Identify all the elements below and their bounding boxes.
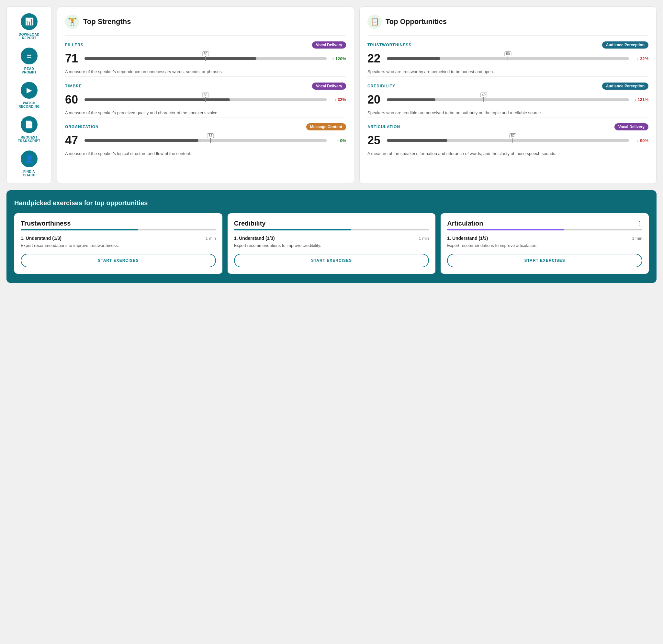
exercise-trustworthiness-title: Trustworthiness (21, 220, 71, 227)
metric-articulation-change: ↓ 90% (632, 138, 648, 143)
metric-trustworthiness-change: ↓ 32% (632, 56, 648, 61)
metric-timbre-bar: 50 (85, 98, 327, 101)
metric-trustworthiness-desc: Speakers who are trustworthy are perceiv… (367, 69, 648, 75)
exercise-credibility-step-label: 1. Understand (1/3) (234, 236, 275, 241)
exercise-credibility-start-button[interactable]: START EXERCISES (234, 254, 429, 267)
metric-organization-score: 47 (65, 134, 81, 147)
metric-credibility-bar-row: 20 40 ↓ 131% (367, 93, 648, 107)
sidebar-item-request-transcript[interactable]: 📄 REQUEST TRANSCRIPT (18, 116, 40, 143)
exercise-trustworthiness-menu[interactable]: ⋮ (210, 220, 216, 227)
exercise-grid: Trustworthiness ⋮ 1. Understand (1/3) 1 … (14, 213, 649, 274)
exercise-trustworthiness-step-label: 1. Understand (1/3) (21, 236, 62, 241)
exercise-articulation-start-button[interactable]: START EXERCISES (447, 254, 642, 267)
metric-trustworthiness-score: 22 (367, 52, 384, 65)
request-transcript-icon: 📄 (21, 116, 38, 133)
exercise-articulation-step-label: 1. Understand (1/3) (447, 236, 488, 241)
metric-fillers-badge: Vocal Delivery (312, 41, 346, 49)
find-coach-icon: 👤 (21, 151, 38, 167)
metric-organization-label: ORGANIZATION (65, 124, 99, 129)
exercise-card-articulation-header: Articulation ⋮ (447, 220, 642, 227)
metric-fillers-change: ↑ 120% (330, 56, 346, 61)
metric-articulation: ARTICULATION Vocal Delivery 25 52 ↓ 90% … (367, 117, 648, 157)
metric-articulation-header: ARTICULATION Vocal Delivery (367, 123, 648, 131)
exercise-trustworthiness-step: 1. Understand (1/3) 1 min (21, 236, 216, 241)
sidebar-item-download-report-label: DOWNLOAD REPORT (19, 33, 40, 40)
exercise-articulation-menu[interactable]: ⋮ (637, 220, 642, 227)
metric-organization-bar-row: 47 52 ↑ 0% (65, 134, 346, 147)
sidebar-item-read-prompt[interactable]: ☰ READ PROMPT (21, 48, 38, 74)
exercise-card-articulation: Articulation ⋮ 1. Understand (1/3) 1 min… (441, 213, 649, 274)
sidebar-item-find-coach[interactable]: 👤 FIND A COACH (21, 151, 38, 177)
exercise-credibility-progress (234, 229, 429, 230)
metric-trustworthiness-badge: Audience Perception (602, 41, 648, 49)
sidebar: 📊 DOWNLOAD REPORT ☰ READ PROMPT ▶ WATCH … (6, 6, 52, 184)
metric-organization-badge: Message Content (306, 123, 346, 131)
exercise-credibility-desc: Expert recommendations to improve credib… (234, 243, 429, 249)
metric-organization-header: ORGANIZATION Message Content (65, 123, 346, 131)
metric-fillers-header: FILLERS Vocal Delivery (65, 41, 346, 49)
metric-trustworthiness-bar-row: 22 50 ↓ 32% (367, 52, 648, 65)
metric-articulation-bar-row: 25 52 ↓ 90% (367, 134, 648, 147)
metric-credibility-score: 20 (367, 93, 384, 107)
exercise-trustworthiness-progress (21, 229, 216, 230)
exercise-credibility-step: 1. Understand (1/3) 1 min (234, 236, 429, 241)
exercises-section: Handpicked exercises for top opportuniti… (6, 190, 657, 283)
top-strengths-card: 🏋️ Top Strengths FILLERS Vocal Delivery … (57, 6, 354, 184)
exercise-card-credibility: Credibility ⋮ 1. Understand (1/3) 1 min … (228, 213, 436, 274)
exercise-credibility-title: Credibility (234, 220, 266, 227)
exercise-card-trustworthiness: Trustworthiness ⋮ 1. Understand (1/3) 1 … (14, 213, 222, 274)
metric-timbre: TIMBRE Vocal Delivery 60 50 ↓ 32% A meas… (65, 76, 346, 116)
metric-credibility-desc: Speakers who are credible are perceived … (367, 110, 648, 116)
metric-timbre-label: TIMBRE (65, 84, 82, 88)
metric-fillers-bar: 50 (85, 57, 327, 60)
metric-articulation-bar: 52 (387, 139, 629, 142)
metric-organization-desc: A measure of the speaker's logical struc… (65, 151, 346, 157)
metric-trustworthiness-bar: 50 (387, 57, 629, 60)
exercise-trustworthiness-time: 1 min (206, 236, 216, 241)
metric-timbre-header: TIMBRE Vocal Delivery (65, 83, 346, 90)
metric-timbre-change: ↓ 32% (330, 97, 346, 102)
exercise-credibility-menu[interactable]: ⋮ (423, 220, 429, 227)
metric-organization-bar: 52 (85, 139, 327, 142)
sidebar-item-find-coach-label: FIND A COACH (23, 170, 35, 177)
read-prompt-icon: ☰ (21, 48, 38, 64)
exercise-articulation-progress (447, 229, 642, 230)
exercise-card-credibility-header: Credibility ⋮ (234, 220, 429, 227)
main-grid: 📊 DOWNLOAD REPORT ☰ READ PROMPT ▶ WATCH … (6, 6, 657, 184)
metric-timbre-badge: Vocal Delivery (312, 83, 346, 90)
exercise-articulation-step: 1. Understand (1/3) 1 min (447, 236, 642, 241)
sidebar-item-watch-recording-label: WATCH RECORDING (19, 101, 40, 109)
metric-credibility-change: ↓ 131% (632, 97, 648, 102)
metric-credibility: CREDIBILITY Audience Perception 20 40 ↓ … (367, 76, 648, 116)
download-report-icon: 📊 (21, 13, 38, 30)
sidebar-item-request-transcript-label: REQUEST TRANSCRIPT (18, 136, 40, 143)
metric-credibility-label: CREDIBILITY (367, 84, 395, 88)
metric-articulation-badge: Vocal Delivery (614, 123, 648, 131)
metric-articulation-score: 25 (367, 134, 384, 147)
exercise-card-trustworthiness-header: Trustworthiness ⋮ (21, 220, 216, 227)
metric-trustworthiness-header: TRUSTWORTHINESS Audience Perception (367, 41, 648, 49)
exercise-trustworthiness-start-button[interactable]: START EXERCISES (21, 254, 216, 267)
sidebar-item-watch-recording[interactable]: ▶ WATCH RECORDING (19, 82, 40, 109)
top-strengths-header: 🏋️ Top Strengths (65, 15, 346, 29)
sidebar-item-read-prompt-label: READ PROMPT (22, 67, 37, 74)
top-strengths-title: Top Strengths (83, 18, 131, 26)
metric-timbre-desc: A measure of the speaker's perceived qua… (65, 110, 346, 116)
metric-credibility-bar: 40 (387, 98, 629, 101)
metric-credibility-badge: Audience Perception (602, 83, 648, 90)
top-opportunities-icon: 📋 (367, 15, 382, 29)
metric-trustworthiness: TRUSTWORTHINESS Audience Perception 22 5… (367, 35, 648, 75)
metric-credibility-header: CREDIBILITY Audience Perception (367, 83, 648, 90)
metric-articulation-label: ARTICULATION (367, 124, 400, 129)
metric-fillers-bar-row: 71 50 ↑ 120% (65, 52, 346, 65)
top-opportunities-card: 📋 Top Opportunities TRUSTWORTHINESS Audi… (359, 6, 657, 184)
metric-fillers-desc: A measure of the speaker's dependence on… (65, 69, 346, 75)
exercises-title: Handpicked exercises for top opportuniti… (14, 199, 649, 207)
watch-recording-icon: ▶ (21, 82, 38, 99)
metric-fillers: FILLERS Vocal Delivery 71 50 ↑ 120% A me… (65, 35, 346, 75)
sidebar-item-download-report[interactable]: 📊 DOWNLOAD REPORT (19, 13, 40, 40)
exercise-articulation-desc: Expert recommendations to improve articu… (447, 243, 642, 249)
metric-organization: ORGANIZATION Message Content 47 52 ↑ 0% … (65, 117, 346, 157)
exercise-credibility-time: 1 min (419, 236, 429, 241)
top-opportunities-title: Top Opportunities (386, 18, 447, 26)
